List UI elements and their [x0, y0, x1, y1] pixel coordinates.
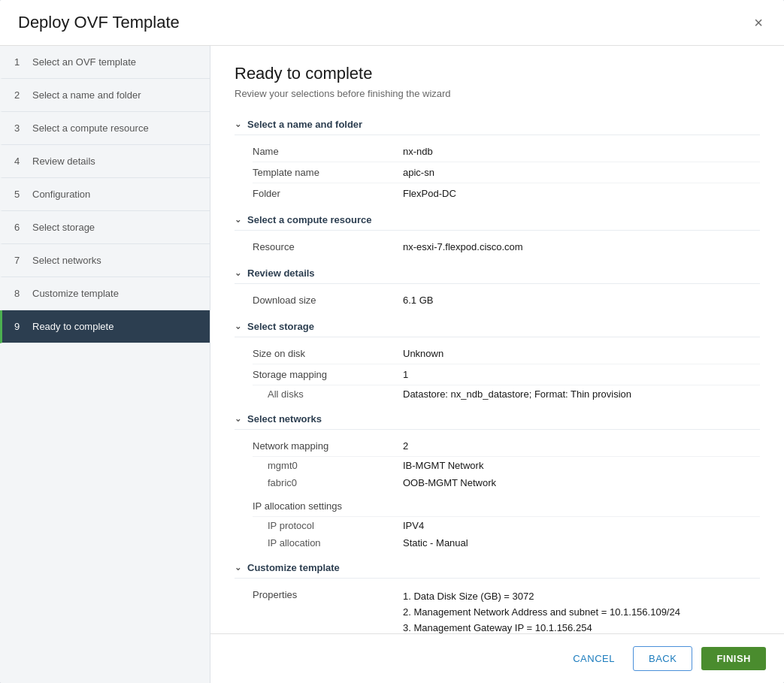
section-customize-header: ⌄ Customize template [235, 558, 760, 579]
section-name-folder-body: Name nx-ndb Template name apic-sn Folder… [235, 141, 760, 204]
section-networks: ⌄ Select networks Network mapping 2 mgmt… [235, 409, 760, 552]
field-properties: Properties 1. Data Disk Size (GB) = 3072… [253, 585, 760, 633]
section-compute-body: Resource nx-esxi-7.flexpod.cisco.com [235, 237, 760, 257]
main-content: Ready to complete Review your selections… [210, 46, 784, 683]
chevron-icon: ⌄ [235, 268, 241, 278]
field-name: Name nx-ndb [253, 141, 760, 162]
sidebar-item-3[interactable]: 4Review details [0, 145, 210, 178]
field-storage-mapping: Storage mapping 1 [253, 364, 760, 385]
field-size-on-disk: Size on disk Unknown [253, 343, 760, 364]
sidebar-item-5[interactable]: 6Select storage [0, 211, 210, 244]
property-item: 3. Management Gateway IP = 10.1.156.254 [403, 621, 760, 633]
dialog-header: Deploy OVF Template × [0, 0, 784, 46]
property-item: 1. Data Disk Size (GB) = 3072 [403, 589, 760, 605]
section-review-details: ⌄ Review details Download size 6.1 GB [235, 263, 760, 310]
field-all-disks: All disks Datastore: nx_ndb_datastore; F… [253, 385, 760, 403]
chevron-icon: ⌄ [235, 215, 241, 225]
sidebar-item-4[interactable]: 5Configuration [0, 178, 210, 211]
section-compute-header: ⌄ Select a compute resource [235, 210, 760, 231]
field-download-size: Download size 6.1 GB [253, 290, 760, 310]
sidebar-item-0[interactable]: 1Select an OVF template [0, 46, 210, 79]
field-template-name: Template name apic-sn [253, 162, 760, 183]
page-subtitle: Review your selections before finishing … [235, 88, 760, 99]
section-customize: ⌄ Customize template Properties 1. Data … [235, 558, 760, 633]
page-title: Ready to complete [235, 64, 760, 83]
close-button[interactable]: × [751, 12, 766, 33]
deploy-ovf-dialog: Deploy OVF Template × 1Select an OVF tem… [0, 0, 784, 683]
section-storage: ⌄ Select storage Size on disk Unknown St… [235, 316, 760, 403]
field-folder: Folder FlexPod-DC [253, 183, 760, 204]
finish-button[interactable]: FINISH [701, 647, 766, 670]
section-networks-body: Network mapping 2 mgmt0 IB-MGMT Network … [235, 436, 760, 552]
back-button[interactable]: BACK [633, 646, 692, 671]
field-ip-protocol: IP protocol IPV4 [253, 517, 760, 534]
field-ip-allocation: IP allocation Static - Manual [253, 534, 760, 552]
sidebar-item-6[interactable]: 7Select networks [0, 244, 210, 277]
cancel-button[interactable]: CANCEL [564, 647, 624, 670]
dialog-title: Deploy OVF Template [18, 13, 751, 32]
sidebar-item-2[interactable]: 3Select a compute resource [0, 112, 210, 145]
section-review-body: Download size 6.1 GB [235, 290, 760, 310]
section-review-header: ⌄ Review details [235, 263, 760, 284]
chevron-icon: ⌄ [235, 414, 241, 424]
field-mgmt0: mgmt0 IB-MGMT Network [253, 457, 760, 474]
section-name-folder-header: ⌄ Select a name and folder [235, 114, 760, 135]
chevron-icon: ⌄ [235, 563, 241, 573]
field-fabric0: fabric0 OOB-MGMT Network [253, 474, 760, 491]
properties-list: 1. Data Disk Size (GB) = 30722. Manageme… [403, 589, 760, 633]
section-storage-header: ⌄ Select storage [235, 316, 760, 337]
sidebar-item-8[interactable]: 9Ready to complete [0, 310, 210, 343]
sidebar-item-1[interactable]: 2Select a name and folder [0, 79, 210, 112]
chevron-icon: ⌄ [235, 119, 241, 129]
sidebar-item-7[interactable]: 8Customize template [0, 277, 210, 310]
section-compute-resource: ⌄ Select a compute resource Resource nx-… [235, 210, 760, 257]
section-customize-body: Properties 1. Data Disk Size (GB) = 3072… [235, 585, 760, 633]
chevron-icon: ⌄ [235, 322, 241, 331]
property-item: 2. Management Network Address and subnet… [403, 605, 760, 621]
section-networks-header: ⌄ Select networks [235, 409, 760, 430]
field-network-mapping: Network mapping 2 [253, 436, 760, 457]
dialog-body: 1Select an OVF template2Select a name an… [0, 46, 784, 683]
dialog-footer: CANCEL BACK FINISH [210, 633, 784, 683]
content-area: Ready to complete Review your selections… [210, 46, 784, 633]
section-name-folder: ⌄ Select a name and folder Name nx-ndb T… [235, 114, 760, 204]
field-ip-settings-label: IP allocation settings [253, 496, 760, 517]
field-resource: Resource nx-esxi-7.flexpod.cisco.com [253, 237, 760, 257]
sidebar: 1Select an OVF template2Select a name an… [0, 46, 210, 683]
section-storage-body: Size on disk Unknown Storage mapping 1 A… [235, 343, 760, 403]
